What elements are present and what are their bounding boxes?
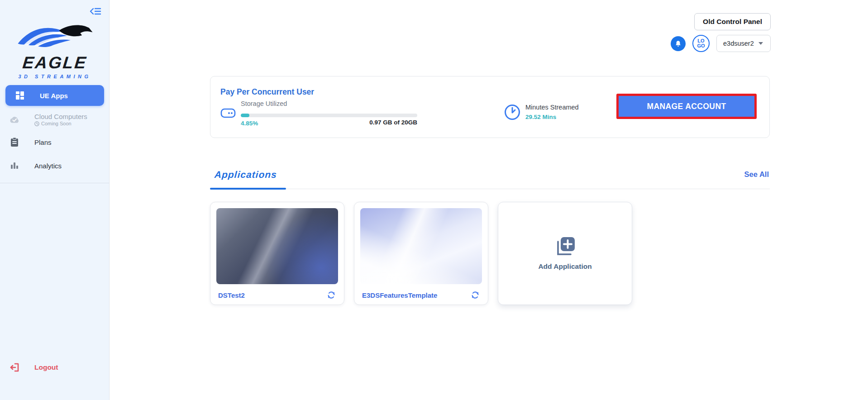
manage-account-button[interactable]: MANAGE ACCOUNT — [619, 96, 754, 117]
sidebar-item-ue-apps[interactable]: UE Apps — [5, 85, 104, 106]
plan-title: Pay Per Concurrent User — [220, 87, 314, 97]
applications-section-header: Applications See All — [210, 167, 770, 189]
storage-usage: 0.97 GB of 20GB — [241, 119, 417, 126]
cloud-check-icon — [9, 114, 20, 125]
storage-progress-bar — [241, 114, 417, 117]
storage-progress-fill — [241, 114, 249, 117]
username: e3dsuser2 — [723, 40, 754, 47]
apps-grid-icon — [14, 90, 25, 101]
sidebar-divider — [0, 183, 110, 183]
sidebar-item-plans[interactable]: Plans — [0, 134, 110, 150]
logo-badge-text: GO — [697, 43, 705, 48]
sidebar: EAGLE 3D STREAMING UE Apps — [0, 0, 110, 400]
logout-icon — [9, 362, 20, 373]
bar-chart-icon — [9, 160, 20, 171]
see-all-link[interactable]: See All — [744, 170, 769, 179]
app-card-dstest2: DSTest2 — [210, 202, 344, 305]
dashboard-page: EAGLE 3D STREAMING UE Apps — [0, 0, 868, 400]
sidebar-item-cloud-computers[interactable]: Cloud Computers Coming Soon — [0, 110, 110, 129]
account-summary-card: Pay Per Concurrent User Storage Utilized… — [210, 76, 770, 138]
applications-title: Applications — [214, 169, 277, 180]
coming-soon-badge: Coming Soon — [34, 121, 87, 126]
minutes-clock-icon — [504, 104, 521, 123]
app-card-e3dsfeaturestemplate: E3DSFeaturesTemplate — [354, 202, 488, 305]
applications-title-underline — [210, 188, 286, 190]
refresh-icon[interactable] — [325, 289, 337, 301]
brand-logo: EAGLE 3D STREAMING — [0, 22, 110, 79]
user-menu-dropdown[interactable]: e3dsuser2 — [716, 35, 771, 52]
eagle-logo-icon — [15, 22, 95, 52]
sidebar-item-label: Plans — [34, 138, 52, 146]
annotation-highlight-box: MANAGE ACCOUNT — [616, 94, 757, 119]
app-name-link[interactable]: E3DSFeaturesTemplate — [362, 291, 437, 299]
header-actions: LO GO e3dsuser2 — [671, 35, 771, 52]
sidebar-collapse-icon[interactable] — [89, 5, 102, 18]
app-name-link[interactable]: DSTest2 — [218, 291, 245, 299]
company-logo-badge[interactable]: LO GO — [692, 35, 710, 52]
brand-tagline: 3D STREAMING — [0, 74, 110, 79]
minutes-streamed-label: Minutes Streamed — [525, 104, 579, 111]
add-application-button[interactable]: Add Application — [498, 202, 632, 305]
sidebar-item-label: Analytics — [34, 162, 62, 170]
clipboard-icon — [9, 137, 20, 148]
chevron-down-icon — [758, 42, 763, 45]
add-application-label: Add Application — [538, 262, 591, 271]
logout-button[interactable]: Logout — [0, 358, 110, 376]
old-control-panel-button[interactable]: Old Control Panel — [694, 13, 771, 30]
minutes-streamed-value: 29.52 Mins — [525, 114, 556, 120]
app-thumbnail[interactable] — [360, 208, 482, 284]
logout-label: Logout — [34, 363, 58, 371]
sidebar-item-analytics[interactable]: Analytics — [0, 157, 110, 174]
add-application-icon — [555, 236, 576, 258]
clock-small-icon — [34, 121, 39, 126]
storage-label: Storage Utilized — [241, 100, 287, 107]
sidebar-item-label: UE Apps — [40, 92, 68, 100]
applications-card-row: DSTest2 E3DSFeaturesTemplate — [210, 202, 632, 305]
refresh-icon[interactable] — [469, 289, 481, 301]
notifications-bell-icon[interactable] — [671, 36, 686, 51]
brand-name: EAGLE — [22, 54, 88, 71]
app-thumbnail[interactable] — [216, 208, 338, 284]
storage-drive-icon — [220, 107, 236, 121]
sidebar-item-label: Cloud Computers — [34, 113, 87, 120]
